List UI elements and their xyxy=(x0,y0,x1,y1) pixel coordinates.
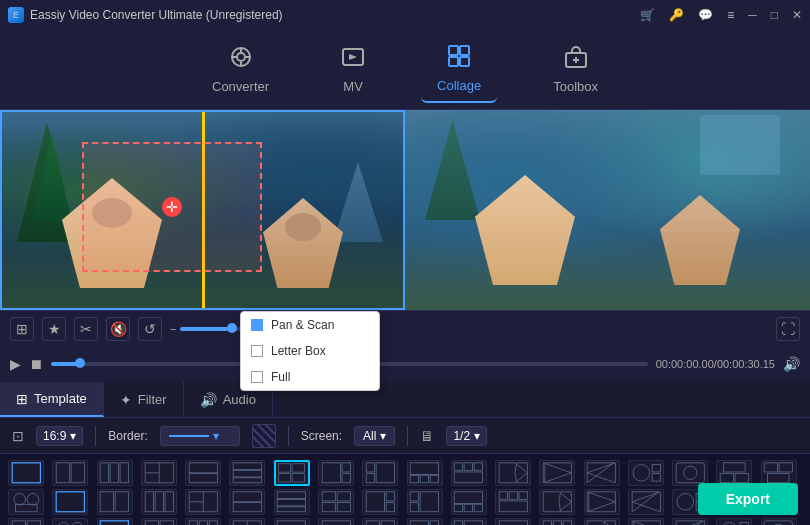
svg-rect-148 xyxy=(563,521,571,525)
template-cell[interactable] xyxy=(584,518,620,525)
template-cell[interactable] xyxy=(362,489,398,515)
template-cell[interactable] xyxy=(539,460,575,486)
nav-collage[interactable]: Collage xyxy=(421,36,497,103)
pattern-button[interactable] xyxy=(252,424,276,448)
template-cell[interactable] xyxy=(451,489,487,515)
tab-filter[interactable]: ✦ Filter xyxy=(104,382,184,417)
template-cell[interactable] xyxy=(407,460,443,486)
left-video-panel[interactable]: ✛ xyxy=(0,110,405,310)
mv-icon xyxy=(341,45,365,75)
close-button[interactable]: ✕ xyxy=(792,8,802,22)
template-cell[interactable] xyxy=(495,460,531,486)
volume-thumb[interactable] xyxy=(227,323,237,333)
pan-scan-dropdown: Pan & Scan Letter Box Full xyxy=(240,311,380,391)
template-cell[interactable] xyxy=(451,518,487,525)
nav-toolbox[interactable]: Toolbox xyxy=(537,37,614,102)
svg-marker-48 xyxy=(543,463,571,483)
template-cell[interactable] xyxy=(495,489,531,515)
maximize-button[interactable]: □ xyxy=(771,8,778,22)
svg-rect-16 xyxy=(71,463,84,483)
svg-rect-30 xyxy=(279,474,291,482)
template-cell[interactable] xyxy=(52,460,88,486)
toolbar-strip: ⊞ ★ ✂ 🔇 ↺ − + ⛶ Pan & Scan Letter Box xyxy=(0,310,810,346)
menu-icon[interactable]: ≡ xyxy=(727,8,734,22)
template-cell[interactable] xyxy=(141,518,177,525)
right-video-panel[interactable] xyxy=(405,110,810,310)
template-cell[interactable] xyxy=(539,489,575,515)
template-cell[interactable] xyxy=(229,460,265,486)
template-cell[interactable] xyxy=(8,460,44,486)
ratio-select[interactable]: 16:9 ▾ xyxy=(36,426,83,446)
template-cell[interactable] xyxy=(362,518,398,525)
template-cell[interactable] xyxy=(52,518,88,525)
template-cell[interactable] xyxy=(628,460,664,486)
template-cell[interactable] xyxy=(362,460,398,486)
template-cell[interactable] xyxy=(141,489,177,515)
page-nav[interactable]: 1/2 ▾ xyxy=(446,426,487,446)
selection-box[interactable]: ✛ xyxy=(82,142,262,272)
template-cell[interactable] xyxy=(8,518,44,525)
dropdown-letter-box[interactable]: Letter Box xyxy=(241,338,379,364)
svg-rect-15 xyxy=(56,463,69,483)
template-cell[interactable] xyxy=(8,489,44,515)
template-cell[interactable] xyxy=(185,460,221,486)
template-cell[interactable] xyxy=(52,489,88,515)
template-cell[interactable] xyxy=(584,460,620,486)
template-cell[interactable] xyxy=(451,460,487,486)
template-cell[interactable] xyxy=(628,518,664,525)
page-chevron: ▾ xyxy=(474,429,480,443)
svg-rect-87 xyxy=(410,492,418,501)
template-cell[interactable] xyxy=(495,518,531,525)
cut-tool-button[interactable]: ✂ xyxy=(74,317,98,341)
tab-template[interactable]: ⊞ Template xyxy=(0,382,104,417)
template-cell[interactable] xyxy=(229,489,265,515)
template-cell[interactable] xyxy=(185,518,221,525)
template-cell[interactable] xyxy=(274,518,310,525)
template-cell[interactable] xyxy=(584,489,620,515)
template-cell[interactable] xyxy=(97,518,133,525)
play-button[interactable]: ▶ xyxy=(10,356,21,372)
layout-tool-button[interactable]: ⊞ xyxy=(10,317,34,341)
svg-point-52 xyxy=(633,465,650,482)
template-cell[interactable] xyxy=(318,518,354,525)
template-cell[interactable] xyxy=(716,518,752,525)
template-cell[interactable] xyxy=(539,518,575,525)
minimize-button[interactable]: ─ xyxy=(748,8,757,22)
template-cell[interactable] xyxy=(407,518,443,525)
template-cell[interactable] xyxy=(229,518,265,525)
template-cell[interactable] xyxy=(141,460,177,486)
template-cell[interactable] xyxy=(761,518,797,525)
mute-tool-button[interactable]: 🔇 xyxy=(106,317,130,341)
svg-rect-31 xyxy=(292,474,304,482)
fullscreen-tool-button[interactable]: ⛶ xyxy=(776,317,800,341)
nav-converter[interactable]: Converter xyxy=(196,37,285,102)
template-cell[interactable] xyxy=(628,489,664,515)
export-button[interactable]: Export xyxy=(698,483,798,515)
template-cell[interactable] xyxy=(274,460,310,486)
template-cell[interactable] xyxy=(672,518,708,525)
dropdown-pan-scan[interactable]: Pan & Scan xyxy=(241,312,379,338)
border-line-preview xyxy=(169,435,209,437)
dropdown-full[interactable]: Full xyxy=(241,364,379,390)
volume-icon[interactable]: 🔊 xyxy=(783,356,800,372)
svg-rect-76 xyxy=(233,503,261,512)
border-select[interactable]: ▾ xyxy=(160,426,240,446)
template-cell[interactable] xyxy=(318,460,354,486)
template-cell[interactable] xyxy=(185,489,221,515)
template-cell[interactable] xyxy=(274,489,310,515)
nav-collage-label: Collage xyxy=(437,78,481,93)
star-tool-button[interactable]: ★ xyxy=(42,317,66,341)
svg-rect-9 xyxy=(449,57,458,66)
cart-icon[interactable]: 🛒 xyxy=(640,8,655,22)
chat-icon[interactable]: 💬 xyxy=(698,8,713,22)
template-cell[interactable] xyxy=(97,460,133,486)
screen-select[interactable]: All ▾ xyxy=(354,426,395,446)
key-icon[interactable]: 🔑 xyxy=(669,8,684,22)
progress-thumb[interactable] xyxy=(75,358,85,368)
template-cell[interactable] xyxy=(407,489,443,515)
template-cell[interactable] xyxy=(97,489,133,515)
rotate-tool-button[interactable]: ↺ xyxy=(138,317,162,341)
stop-button[interactable]: ⏹ xyxy=(29,356,43,372)
template-cell[interactable] xyxy=(318,489,354,515)
nav-mv[interactable]: MV xyxy=(325,37,381,102)
